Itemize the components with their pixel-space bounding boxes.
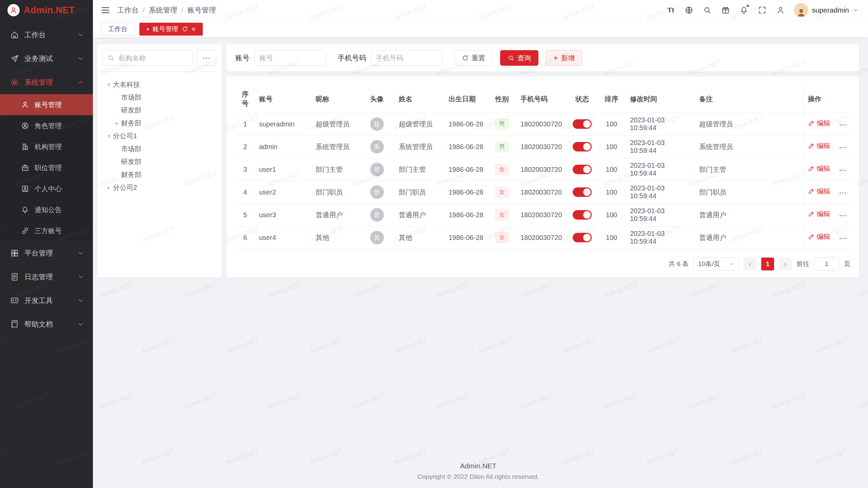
- fullscreen-icon[interactable]: [755, 3, 770, 18]
- sidebar-item-org-management[interactable]: 机构管理: [0, 136, 93, 157]
- tree-node[interactable]: 研发部: [101, 155, 218, 168]
- row-remark: 部门职员: [699, 188, 726, 196]
- sidebar-item-label: 系统管理: [24, 78, 53, 87]
- caret-right-icon[interactable]: ▸: [113, 120, 121, 126]
- tree-node[interactable]: ▾分公司1: [101, 129, 218, 142]
- tree-node[interactable]: 财务部: [101, 168, 218, 181]
- row-updated: 2023-01-03 10:59:44: [630, 139, 665, 154]
- sidebar-item-label: 开发工具: [24, 296, 53, 305]
- sidebar-item-help-docs[interactable]: 帮助文档: [0, 312, 93, 336]
- globe-icon[interactable]: [682, 3, 696, 18]
- sidebar-item-workbench[interactable]: 工作台: [0, 23, 93, 47]
- tree-node[interactable]: 研发部: [101, 104, 218, 117]
- caret-right-icon[interactable]: ▸: [105, 184, 113, 191]
- status-toggle[interactable]: [573, 233, 592, 242]
- row-phone: 18020030720: [520, 166, 562, 173]
- table-row: 5 user3 普通用户 普 普通用户 1986-06-28 女 1802003…: [235, 204, 853, 226]
- tab-account-management[interactable]: ● 账号管理 ×: [139, 23, 203, 36]
- page-size-select[interactable]: 10条/页: [693, 257, 739, 271]
- notification-bell-icon[interactable]: [736, 3, 751, 18]
- row-name: 部门主管: [399, 166, 426, 173]
- footer-copyright: Copyright © 2022 Dilon All rights reserv…: [97, 473, 859, 481]
- breadcrumb-separator: /: [143, 6, 145, 14]
- hamburger-menu-icon[interactable]: [100, 5, 111, 15]
- close-icon[interactable]: ×: [192, 25, 196, 33]
- more-actions-button[interactable]: ⋯: [839, 188, 847, 197]
- more-actions-button[interactable]: ⋯: [839, 233, 847, 243]
- next-page-button[interactable]: ›: [779, 258, 792, 270]
- breadcrumb-item[interactable]: 工作台: [117, 5, 139, 15]
- sidebar-item-position-management[interactable]: 职位管理: [0, 157, 93, 178]
- column-header: 手机号码: [516, 85, 567, 113]
- row-remark: 部门主管: [699, 166, 726, 173]
- sidebar-item-profile-center[interactable]: 个人中心: [0, 178, 93, 199]
- status-toggle[interactable]: [573, 142, 592, 151]
- reset-button[interactable]: 重置: [454, 50, 493, 66]
- font-size-icon[interactable]: Tt: [663, 3, 678, 18]
- sidebar-item-platform-management[interactable]: 平台管理: [0, 241, 93, 265]
- tree-node[interactable]: 市场部: [101, 142, 218, 155]
- caret-down-icon[interactable]: ▾: [105, 133, 113, 139]
- more-actions-button[interactable]: ⋯: [839, 143, 847, 152]
- gender-badge: 女: [495, 209, 509, 220]
- sidebar-item-business-test[interactable]: 业务测试: [0, 47, 93, 70]
- user-icon[interactable]: [773, 3, 788, 18]
- tab-workbench[interactable]: 工作台: [101, 23, 135, 36]
- edit-button[interactable]: 编辑: [808, 232, 830, 241]
- more-actions-button[interactable]: ⋯: [839, 120, 847, 129]
- edit-label: 编辑: [817, 119, 830, 128]
- prev-page-button[interactable]: ‹: [744, 258, 756, 270]
- row-index: 3: [243, 166, 247, 173]
- sidebar-item-role-management[interactable]: 角色管理: [0, 115, 93, 136]
- status-toggle[interactable]: [573, 165, 592, 174]
- search-button[interactable]: 查询: [500, 50, 538, 66]
- status-toggle[interactable]: [573, 210, 592, 220]
- sidebar-item-notice-announcement[interactable]: 通知公告: [0, 199, 93, 220]
- tree-node-label: 分公司1: [113, 131, 137, 141]
- gender-badge: 女: [495, 187, 509, 198]
- chevron-up-icon: [77, 79, 84, 86]
- gift-icon[interactable]: [718, 3, 733, 18]
- goto-page-input[interactable]: [814, 257, 839, 271]
- status-toggle[interactable]: [573, 119, 592, 129]
- sidebar-item-dev-tools[interactable]: 开发工具: [0, 289, 93, 312]
- active-tab-dot-icon: ●: [146, 27, 149, 31]
- grid-icon: [10, 249, 19, 258]
- org-search-input[interactable]: [103, 50, 193, 66]
- sidebar-item-third-party-account[interactable]: 三方账号: [0, 220, 93, 241]
- accounts-table-card: 序号 账号 昵称 头像 姓名 出生日期 性别 手机号码 状态 排序 修改时间: [226, 76, 859, 278]
- row-index: 2: [243, 143, 247, 150]
- sidebar-item-label: 帮助文档: [24, 320, 53, 329]
- more-actions-button[interactable]: ⋯: [839, 165, 847, 175]
- edit-button[interactable]: 编辑: [808, 119, 830, 128]
- edit-button[interactable]: 编辑: [808, 209, 830, 219]
- tree-node[interactable]: 市场部: [101, 91, 218, 104]
- chevron-down-icon: [77, 321, 84, 328]
- tree-node[interactable]: ▸分公司2: [101, 181, 218, 194]
- account-input[interactable]: [254, 50, 326, 66]
- page-number-button[interactable]: 1: [761, 258, 774, 270]
- sidebar-item-system-management[interactable]: 系统管理: [0, 70, 93, 94]
- user-menu[interactable]: superadmin: [794, 3, 859, 17]
- edit-button[interactable]: 编辑: [808, 141, 830, 150]
- search-icon[interactable]: [700, 3, 715, 18]
- status-toggle[interactable]: [573, 187, 592, 197]
- breadcrumb-item[interactable]: 系统管理: [149, 5, 177, 15]
- sidebar-item-log-management[interactable]: 日志管理: [0, 265, 93, 289]
- refresh-icon[interactable]: [182, 26, 188, 32]
- tree-node[interactable]: ▾大名科技: [101, 78, 218, 91]
- edit-button[interactable]: 编辑: [808, 187, 830, 196]
- tree-more-button[interactable]: ⋯: [197, 50, 216, 66]
- phone-label: 手机号码: [338, 53, 366, 63]
- page-size-value: 10条/页: [698, 260, 720, 268]
- sidebar-item-account-management[interactable]: 账号管理: [0, 94, 93, 115]
- sidebar-menu: 工作台 业务测试 系统管理 账号管理 角色管理 机构管理: [0, 20, 93, 488]
- caret-down-icon[interactable]: ▾: [105, 81, 113, 88]
- add-button[interactable]: + 新增: [546, 50, 582, 66]
- edit-button[interactable]: 编辑: [808, 164, 830, 173]
- app-logo[interactable]: Admin.NET: [0, 0, 93, 20]
- user-icon: [21, 101, 29, 109]
- phone-input[interactable]: [371, 50, 442, 66]
- tree-node[interactable]: ▸财务部: [101, 117, 218, 129]
- more-actions-button[interactable]: ⋯: [839, 211, 847, 220]
